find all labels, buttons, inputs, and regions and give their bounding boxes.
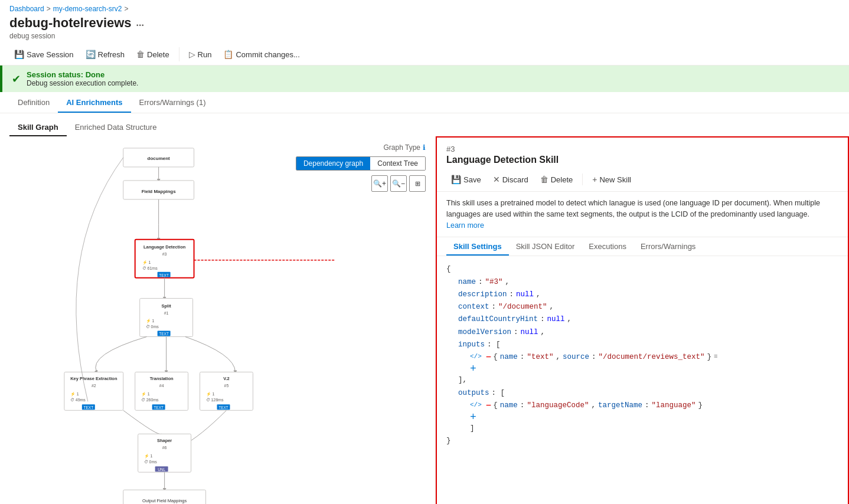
graph-zoom-buttons: 🔍+ 🔍− ⊞: [371, 175, 426, 192]
svg-text:Shaper: Shaper: [157, 438, 172, 443]
svg-text:V.2: V.2: [223, 376, 230, 381]
tab-errors-warnings[interactable]: Errors/Warnings (1): [131, 92, 214, 113]
svg-text:Field Mappings: Field Mappings: [142, 189, 177, 194]
detail-panel: #3 Language Detection Skill 💾 Save ✕ Dis…: [436, 136, 849, 504]
svg-text:⏱ 260ms: ⏱ 260ms: [141, 398, 159, 402]
svg-text:#3: #3: [162, 252, 167, 256]
svg-text:⚡ 1: ⚡ 1: [141, 391, 150, 397]
svg-text:⚡ 1: ⚡ 1: [144, 453, 153, 459]
new-skill-plus-icon: +: [592, 175, 597, 184]
commit-button[interactable]: 📋 Commit changes...: [218, 47, 304, 61]
remove-input-icon[interactable]: —: [486, 351, 491, 364]
detail-header: #3 Language Detection Skill: [437, 138, 848, 172]
session-banner: ✔ Session status: Done Debug session exe…: [0, 66, 849, 92]
add-output-button[interactable]: +: [470, 412, 476, 423]
add-input-button[interactable]: +: [470, 364, 476, 374]
detail-tab-json-editor[interactable]: Skill JSON Editor: [509, 237, 582, 256]
run-button[interactable]: ▷ Run: [184, 47, 217, 61]
primary-tabs: Definition AI Enrichments Errors/Warning…: [0, 92, 849, 113]
svg-text:⚡ 1: ⚡ 1: [70, 391, 79, 397]
remove-output-icon[interactable]: —: [486, 400, 491, 412]
zoom-out-button[interactable]: 🔍−: [390, 175, 407, 192]
toolbar-divider: [179, 47, 179, 61]
svg-text:#1: #1: [164, 311, 169, 315]
zoom-in-button[interactable]: 🔍+: [371, 175, 388, 192]
svg-text:TEXT: TEXT: [154, 405, 164, 410]
json-editor: { name : "#3" , description : null , con…: [437, 256, 848, 454]
svg-text:⚡ 1: ⚡ 1: [142, 260, 151, 265]
svg-text:⚡ 1: ⚡ 1: [206, 391, 215, 397]
save-session-button[interactable]: 💾 Save Session: [9, 47, 79, 61]
detail-number: #3: [446, 145, 838, 153]
session-status: Session status: Done: [27, 70, 138, 79]
delete-button[interactable]: 🗑 Delete: [132, 47, 174, 61]
collapse-inputs-icon[interactable]: </>: [470, 351, 482, 362]
svg-text:TEXT: TEXT: [218, 405, 228, 410]
detail-delete-icon: 🗑: [540, 175, 548, 184]
breadcrumb-sep1: >: [47, 5, 51, 13]
detail-toolbar: 💾 Save ✕ Discard 🗑 Delete + New Skill: [437, 172, 848, 192]
save-icon: 💾: [14, 50, 24, 59]
svg-text:⏱ 49ms: ⏱ 49ms: [70, 398, 86, 402]
graph-type-buttons: Dependency graph Context Tree: [296, 156, 426, 171]
svg-text:#5: #5: [224, 384, 229, 388]
session-subtitle: Debug session execution complete.: [27, 79, 138, 87]
svg-text:Key Phrase Extraction: Key Phrase Extraction: [70, 376, 117, 381]
svg-text:UNL: UNL: [158, 467, 165, 472]
svg-text:Language Detection: Language Detection: [143, 244, 186, 250]
breadcrumb-server[interactable]: my-demo-search-srv2: [53, 5, 122, 13]
svg-text:Output Field Mappings: Output Field Mappings: [142, 498, 187, 503]
tab-definition[interactable]: Definition: [9, 92, 58, 113]
refresh-button[interactable]: 🔄 Refresh: [81, 47, 130, 61]
detail-discard-icon: ✕: [493, 175, 500, 184]
svg-text:#6: #6: [162, 446, 167, 450]
breadcrumb-sep2: >: [124, 5, 128, 13]
list-icon[interactable]: ≡: [714, 351, 718, 362]
dependency-graph-button[interactable]: Dependency graph: [296, 157, 370, 170]
page-subtitle: debug session: [0, 32, 849, 44]
svg-text:⏱ 0ms: ⏱ 0ms: [146, 325, 159, 329]
tab-enriched-data[interactable]: Enriched Data Structure: [67, 118, 165, 136]
breadcrumb: Dashboard > my-demo-search-srv2 >: [0, 0, 849, 14]
svg-text:⏱ 128ms: ⏱ 128ms: [206, 398, 224, 402]
check-icon: ✔: [12, 73, 21, 86]
secondary-tabs: Skill Graph Enriched Data Structure: [0, 113, 849, 136]
svg-text:TEXT: TEXT: [84, 405, 94, 410]
detail-new-skill-button[interactable]: + New Skill: [587, 172, 636, 186]
graph-type-info-icon[interactable]: ℹ: [423, 143, 426, 152]
breadcrumb-dashboard[interactable]: Dashboard: [9, 5, 44, 13]
svg-text:TEXT: TEXT: [159, 273, 169, 277]
collapse-outputs-icon[interactable]: </>: [470, 400, 482, 411]
main-content: Graph Type ℹ Dependency graph Context Tr…: [0, 136, 849, 504]
page-title: debug-hotelreviews: [9, 15, 132, 31]
detail-tab-executions[interactable]: Executions: [582, 237, 634, 256]
svg-text:Split: Split: [162, 303, 172, 309]
commit-icon: 📋: [223, 50, 233, 59]
detail-divider: [582, 174, 583, 185]
svg-text:⚡ 1: ⚡ 1: [146, 318, 155, 323]
detail-discard-button[interactable]: ✕ Discard: [488, 172, 533, 186]
detail-description: This skill uses a pretrained model to de…: [437, 192, 848, 237]
graph-area: Graph Type ℹ Dependency graph Context Tr…: [0, 136, 436, 504]
refresh-icon: 🔄: [86, 50, 96, 59]
tab-ai-enrichments[interactable]: AI Enrichments: [58, 92, 130, 113]
learn-more-link[interactable]: Learn more: [446, 221, 484, 230]
svg-text:document: document: [148, 156, 170, 161]
svg-text:⏱ 61ms: ⏱ 61ms: [142, 266, 158, 270]
detail-delete-button[interactable]: 🗑 Delete: [535, 172, 578, 186]
fit-button[interactable]: ⊞: [409, 175, 426, 192]
run-icon: ▷: [189, 50, 195, 59]
detail-save-button[interactable]: 💾 Save: [446, 172, 486, 186]
svg-text:TEXT: TEXT: [159, 332, 169, 336]
detail-tab-skill-settings[interactable]: Skill Settings: [446, 237, 509, 256]
page-title-ellipsis[interactable]: ...: [136, 18, 144, 28]
svg-text:⏱ 0ms: ⏱ 0ms: [144, 460, 158, 464]
context-tree-button[interactable]: Context Tree: [370, 157, 425, 170]
svg-text:#2: #2: [92, 384, 96, 388]
detail-save-icon: 💾: [451, 175, 461, 184]
svg-text:#4: #4: [159, 384, 164, 388]
graph-type-label: Graph Type ℹ: [384, 143, 426, 152]
tab-skill-graph[interactable]: Skill Graph: [9, 118, 67, 136]
toolbar: 💾 Save Session 🔄 Refresh 🗑 Delete ▷ Run …: [0, 44, 849, 66]
detail-tab-errors-warnings[interactable]: Errors/Warnings: [634, 237, 703, 256]
